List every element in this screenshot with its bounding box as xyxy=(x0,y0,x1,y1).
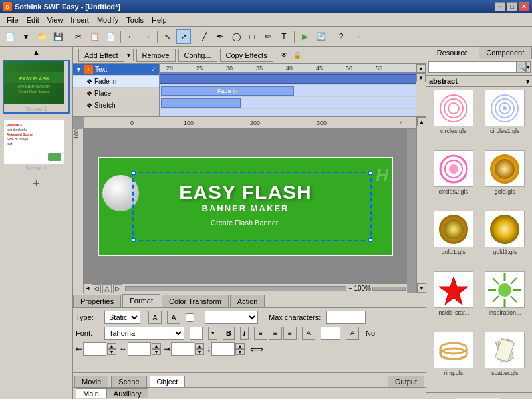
lock-icon[interactable]: 🔒 xyxy=(292,50,303,61)
canvas-background[interactable]: EASY FLASH BANNER MAKER Create Flash Ban… xyxy=(84,129,407,283)
text-format-btn2[interactable]: A xyxy=(167,311,180,324)
indent-input[interactable]: 0 xyxy=(83,342,106,356)
align-right-button[interactable]: ≡ xyxy=(283,327,297,340)
tl-scroll-down[interactable]: ▼ xyxy=(416,73,426,82)
timeline-row-text[interactable]: ▼ T Text ✓ xyxy=(73,64,159,76)
scene-1-item[interactable]: EASY FLASH BANNER MAKER Create Flash Ban… xyxy=(3,60,70,114)
copy-button[interactable]: 📋 xyxy=(87,29,102,44)
remove-button[interactable]: Remove xyxy=(136,49,176,62)
copy-effects-button[interactable]: Copy Effects xyxy=(220,49,273,62)
text-format-btn1[interactable]: A xyxy=(148,311,162,324)
menu-view[interactable]: View xyxy=(43,15,67,25)
component-tab[interactable]: Component xyxy=(479,47,533,59)
add-effect-dropdown[interactable]: ▾ xyxy=(124,49,134,61)
margin-input[interactable]: 0 xyxy=(171,342,194,356)
open-button[interactable]: 📁 xyxy=(35,29,49,44)
italic-button[interactable]: I xyxy=(240,327,249,340)
resource-search-dropdown[interactable]: ▾ xyxy=(526,61,531,73)
align-center-button[interactable]: ≡ xyxy=(269,327,282,340)
scene-2-item[interactable]: Require ● text that looks Animated Scene… xyxy=(3,119,70,173)
timeline-row-stretch[interactable]: ❖ Stretch xyxy=(73,100,159,112)
leading-down[interactable]: ▼ xyxy=(235,349,245,355)
close-button[interactable]: ✕ xyxy=(519,2,529,11)
align-left-button[interactable]: ≡ xyxy=(254,327,267,340)
resource-gold[interactable]: gold.gls xyxy=(481,150,530,208)
aux-tab[interactable]: Auxiliary xyxy=(106,388,149,398)
tab-color-transform[interactable]: Color Transform xyxy=(162,295,229,307)
pen-tool[interactable]: ✒ xyxy=(213,29,227,44)
pencil-tool[interactable]: ✏ xyxy=(261,29,275,44)
expand-icon[interactable]: ▼ xyxy=(76,66,82,73)
type-select2[interactable] xyxy=(205,311,258,324)
resource-circles[interactable]: circles.gls xyxy=(429,90,478,148)
save-button[interactable]: 💾 xyxy=(51,29,65,44)
dropdown-arrow[interactable]: ▾ xyxy=(19,29,33,44)
menu-edit[interactable]: Edit xyxy=(23,15,43,25)
maximize-button[interactable]: □ xyxy=(507,2,517,11)
resource-search-button[interactable]: 🔍 xyxy=(517,61,526,73)
play-button[interactable]: ▶ xyxy=(297,29,312,44)
canvas-stage[interactable]: EASY FLASH BANNER MAKER Create Flash Ban… xyxy=(99,158,392,255)
tab-properties[interactable]: Properties xyxy=(73,295,121,307)
color-dropdown[interactable]: ▾ xyxy=(208,327,217,340)
resource-inside-star[interactable]: inside-star... xyxy=(429,271,478,329)
subselect-tool[interactable]: ↗ xyxy=(176,29,191,44)
undo-button[interactable]: ← xyxy=(124,29,138,44)
bbar-scene[interactable]: Scene xyxy=(111,376,146,387)
indent-down[interactable]: ▼ xyxy=(107,349,116,355)
timeline-row-fadein[interactable]: ❖ Fade in xyxy=(73,76,159,88)
canvas-scroll-left[interactable]: ◄ xyxy=(85,285,90,291)
canvas-scroll-pg2[interactable]: △ xyxy=(102,284,112,293)
menu-help[interactable]: Help xyxy=(148,15,171,25)
menu-modify[interactable]: Modify xyxy=(93,15,122,25)
bbar-movie[interactable]: Movie xyxy=(74,376,108,387)
canvas-scroll-pg3[interactable]: ▷ xyxy=(113,284,122,293)
canvas-scroll-pg-left[interactable]: ◁ xyxy=(92,284,101,293)
bbar-object[interactable]: Object xyxy=(150,376,186,387)
redo-button[interactable]: → xyxy=(140,29,154,44)
main-tab[interactable]: Main xyxy=(76,388,106,398)
margin-down[interactable]: ▼ xyxy=(195,349,204,355)
margin-up[interactable]: ▲ xyxy=(195,343,204,349)
eye-icon[interactable]: 👁 xyxy=(279,50,289,61)
canvas-scroll-up[interactable]: ▲ xyxy=(417,117,426,126)
resource-circles2[interactable]: circles2.gls xyxy=(429,150,478,208)
add-scene-button[interactable]: + xyxy=(0,176,72,192)
cut-button[interactable]: ✂ xyxy=(71,29,86,44)
zoom-slider[interactable] xyxy=(372,287,406,291)
config-button[interactable]: Config... xyxy=(178,49,217,62)
arrow-button[interactable]: → xyxy=(350,29,364,44)
timeline-row-place[interactable]: ❖ Place xyxy=(73,88,159,100)
resource-gold2[interactable]: gold2.gls xyxy=(481,211,530,269)
resource-ring[interactable]: ring.gls xyxy=(429,332,478,390)
tab-action[interactable]: Action xyxy=(230,295,265,307)
right-bottom-bar[interactable]: INSTALU.CZ ▶ xyxy=(426,392,532,399)
indent-up[interactable]: ▲ xyxy=(107,343,116,349)
menu-insert[interactable]: Insert xyxy=(66,15,93,25)
font-size-input[interactable]: 8 xyxy=(321,327,340,340)
font-select[interactable]: Tahoma xyxy=(104,327,184,340)
zoom-out-btn[interactable]: − xyxy=(349,285,353,292)
bold-button[interactable]: B xyxy=(223,327,235,340)
minimize-button[interactable]: − xyxy=(495,2,505,11)
help-button[interactable]: ? xyxy=(334,29,348,44)
type-select[interactable]: Static xyxy=(104,311,140,324)
select-tool[interactable]: ↖ xyxy=(160,29,175,44)
menu-tools[interactable]: Tools xyxy=(122,15,148,25)
font-color-box[interactable] xyxy=(190,327,203,340)
resource-search-input[interactable] xyxy=(428,61,517,73)
leading-input[interactable]: 0 xyxy=(211,342,235,356)
spacing-input[interactable]: 0 xyxy=(128,342,151,356)
tab-format[interactable]: Format xyxy=(122,294,160,307)
resource-scatter[interactable]: scatter.gls xyxy=(481,332,530,390)
max-chars-input[interactable] xyxy=(326,311,366,324)
canvas-scroll-down[interactable]: ▼ xyxy=(417,283,426,293)
bbar-output[interactable]: Output xyxy=(388,376,424,387)
leading-up[interactable]: ▲ xyxy=(235,343,245,349)
menu-file[interactable]: File xyxy=(3,15,23,25)
selectable-checkbox[interactable] xyxy=(186,313,194,322)
paste-button[interactable]: 📄 xyxy=(103,29,118,44)
rect-tool[interactable]: □ xyxy=(245,29,259,44)
resource-inspiration[interactable]: inspiration... xyxy=(481,271,530,329)
canvas-scroll-track[interactable] xyxy=(125,286,346,291)
